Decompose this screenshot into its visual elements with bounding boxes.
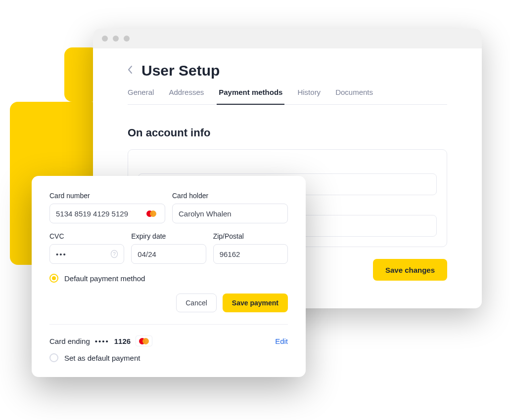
cvc-help-icon[interactable]: ? bbox=[111, 250, 118, 258]
zip-input-wrap[interactable] bbox=[213, 244, 288, 264]
save-changes-button[interactable]: Save changes bbox=[373, 259, 447, 281]
cancel-button[interactable]: Cancel bbox=[176, 294, 217, 312]
expiry-label: Expiry date bbox=[131, 232, 206, 240]
cvc-input-wrap[interactable]: ? bbox=[49, 244, 124, 264]
set-default-radio[interactable] bbox=[49, 353, 58, 362]
set-default-label: Set as default payment bbox=[64, 354, 140, 362]
back-chevron-icon[interactable] bbox=[128, 65, 133, 76]
card-number-label: Card number bbox=[49, 192, 165, 200]
section-title: On account info bbox=[128, 126, 447, 139]
cvc-label: CVC bbox=[49, 232, 124, 240]
saved-card-label: Card ending bbox=[49, 337, 90, 345]
default-payment-label: Default payment method bbox=[64, 274, 145, 283]
tab-addresses[interactable]: Addresses bbox=[169, 88, 204, 104]
default-payment-radio-row[interactable]: Default payment method bbox=[49, 274, 288, 283]
expiry-input-wrap[interactable] bbox=[131, 244, 206, 264]
mastercard-icon bbox=[144, 208, 159, 219]
zip-input[interactable] bbox=[220, 250, 281, 258]
save-payment-button[interactable]: Save payment bbox=[223, 294, 288, 312]
page-title: User Setup bbox=[141, 62, 220, 79]
payment-method-modal: Card number Card holder CVC ? Expiry da bbox=[32, 176, 306, 377]
card-holder-label: Card holder bbox=[172, 192, 288, 200]
card-holder-input-wrap[interactable] bbox=[172, 204, 288, 223]
tab-history[interactable]: History bbox=[297, 88, 321, 104]
card-number-input[interactable] bbox=[56, 210, 144, 218]
card-holder-input[interactable] bbox=[179, 210, 281, 218]
zip-label: Zip/Postal bbox=[213, 232, 288, 240]
card-number-input-wrap[interactable] bbox=[49, 204, 165, 223]
tabs: General Addresses Payment methods Histor… bbox=[128, 88, 447, 105]
tab-payment-methods[interactable]: Payment methods bbox=[219, 88, 282, 104]
expiry-input[interactable] bbox=[138, 250, 199, 258]
saved-card-row: Card ending •••• 1126 Edit bbox=[49, 336, 288, 346]
edit-link[interactable]: Edit bbox=[275, 337, 288, 345]
tab-general[interactable]: General bbox=[128, 88, 154, 104]
tab-documents[interactable]: Documents bbox=[335, 88, 373, 104]
window-titlebar bbox=[93, 29, 482, 48]
saved-card-mask: •••• bbox=[95, 337, 109, 345]
set-default-radio-row[interactable]: Set as default payment bbox=[49, 353, 288, 362]
cvc-input[interactable] bbox=[56, 250, 111, 258]
page-header: User Setup bbox=[128, 62, 447, 79]
traffic-light-minimize-icon[interactable] bbox=[113, 36, 119, 42]
mastercard-icon bbox=[136, 336, 152, 346]
saved-card-last4: 1126 bbox=[114, 337, 131, 345]
traffic-light-zoom-icon[interactable] bbox=[124, 36, 130, 42]
modal-actions: Cancel Save payment bbox=[49, 294, 288, 325]
traffic-light-close-icon[interactable] bbox=[102, 36, 108, 42]
default-payment-radio[interactable] bbox=[49, 274, 58, 283]
